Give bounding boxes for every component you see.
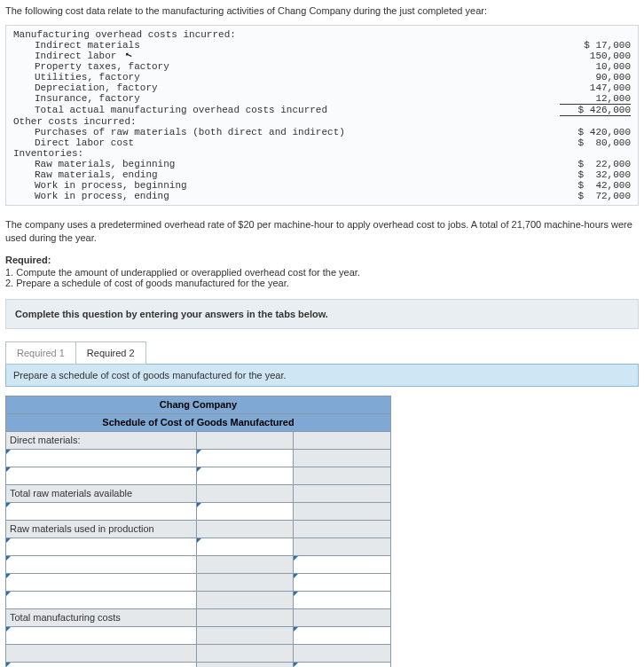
- overhead-total-amt: $ 426,000: [560, 105, 631, 116]
- row-raw-used: Raw materials used in production: [6, 520, 197, 538]
- overhead-item: Property taxes, factory: [13, 61, 560, 72]
- overhead-total-label: Total actual manufacturing overhead cost…: [13, 105, 560, 116]
- amount-input[interactable]: [294, 555, 391, 573]
- tab-required-1[interactable]: Required 1: [5, 341, 76, 365]
- amount-input[interactable]: [196, 502, 294, 520]
- cell-gray: [294, 608, 391, 626]
- instruction-box: Complete this question by entering your …: [5, 299, 639, 329]
- required-item-2: 2. Prepare a schedule of cost of goods m…: [5, 278, 639, 288]
- intro-text: The following cost data relate to the ma…: [5, 5, 639, 16]
- cell-gray: [294, 502, 391, 520]
- row-direct-materials: Direct materials:: [6, 431, 197, 449]
- row-total-mfg: Total manufacturing costs: [6, 608, 197, 626]
- schedule-title: Schedule of Cost of Goods Manufactured: [6, 413, 391, 431]
- schedule-company: Chang Company: [6, 396, 391, 413]
- label-input[interactable]: [6, 538, 197, 555]
- cell-gray: [196, 555, 294, 573]
- amount-input[interactable]: [294, 626, 391, 644]
- overhead-rate-paragraph: The company uses a predetermined overhea…: [5, 218, 639, 246]
- label-input[interactable]: [6, 626, 197, 644]
- inv-item: Work in process, beginning: [13, 180, 560, 191]
- required-heading: Required:: [5, 255, 639, 265]
- cell-gray: [294, 431, 391, 449]
- overhead-header: Manufacturing overhead costs incurred:: [13, 29, 560, 40]
- cell-gray: [196, 431, 294, 449]
- amount-input[interactable]: [196, 538, 294, 555]
- other-amt: $ 420,000: [560, 127, 631, 137]
- other-amt: $ 80,000: [560, 137, 631, 148]
- overhead-amt: 150,000: [560, 51, 631, 61]
- required-item-1: 1. Compute the amount of underapplied or…: [5, 267, 639, 278]
- other-item: Direct labor cost: [13, 137, 560, 148]
- cost-data-block: ↖ Manufacturing overhead costs incurred:…: [5, 25, 639, 206]
- cell-gray: [196, 626, 294, 644]
- overhead-item: Indirect labor: [13, 51, 560, 61]
- schedule-table: Chang Company Schedule of Cost of Goods …: [5, 396, 391, 667]
- label-input[interactable]: [6, 555, 197, 573]
- cell-gray: [196, 573, 294, 591]
- cell-gray: [6, 644, 197, 662]
- inv-item: Work in process, ending: [13, 191, 560, 201]
- overhead-amt: 10,000: [560, 61, 631, 72]
- tabs-container: Required 1 Required 2: [5, 341, 639, 365]
- overhead-amt: 90,000: [560, 72, 631, 82]
- cell-gray: [196, 644, 294, 662]
- label-input[interactable]: [6, 449, 197, 467]
- amount-input[interactable]: [196, 449, 294, 467]
- amount-input[interactable]: [294, 573, 391, 591]
- row-total-raw: Total raw materials available: [6, 484, 197, 502]
- cell-gray: [294, 484, 391, 502]
- cell-gray: [294, 538, 391, 555]
- amount-input[interactable]: [196, 467, 294, 484]
- inv-amt: $ 42,000: [560, 180, 631, 191]
- label-input[interactable]: [6, 662, 197, 667]
- overhead-amt: $ 17,000: [560, 40, 631, 51]
- overhead-amt: 12,000: [560, 93, 631, 105]
- cell-gray: [196, 520, 294, 538]
- other-item: Purchases of raw materials (both direct …: [13, 127, 560, 137]
- cell-gray: [196, 608, 294, 626]
- inv-amt: $ 72,000: [560, 191, 631, 201]
- amount-input[interactable]: [294, 662, 391, 667]
- other-header: Other costs incurred:: [13, 116, 560, 127]
- cell-gray: [294, 449, 391, 467]
- label-input[interactable]: [6, 467, 197, 484]
- inv-item: Raw materials, beginning: [13, 159, 560, 169]
- cell-gray: [294, 520, 391, 538]
- label-input[interactable]: [6, 573, 197, 591]
- inv-amt: $ 22,000: [560, 159, 631, 169]
- label-input[interactable]: [6, 502, 197, 520]
- cell-gray: [196, 662, 294, 667]
- overhead-item: Depreciation, factory: [13, 82, 560, 93]
- overhead-item: Utilities, factory: [13, 72, 560, 82]
- cell-gray: [294, 467, 391, 484]
- inv-amt: $ 32,000: [560, 169, 631, 180]
- inv-item: Raw materials, ending: [13, 169, 560, 180]
- tab-prompt: Prepare a schedule of cost of goods manu…: [5, 364, 639, 387]
- overhead-item: Indirect materials: [13, 40, 560, 51]
- cell-gray: [196, 591, 294, 608]
- overhead-item: Insurance, factory: [13, 93, 560, 105]
- cell-gray: [196, 484, 294, 502]
- tab-required-2[interactable]: Required 2: [75, 341, 146, 365]
- overhead-amt: 147,000: [560, 82, 631, 93]
- amount-input[interactable]: [294, 591, 391, 608]
- cell-gray: [294, 644, 391, 662]
- label-input[interactable]: [6, 591, 197, 608]
- inventories-header: Inventories:: [13, 148, 560, 159]
